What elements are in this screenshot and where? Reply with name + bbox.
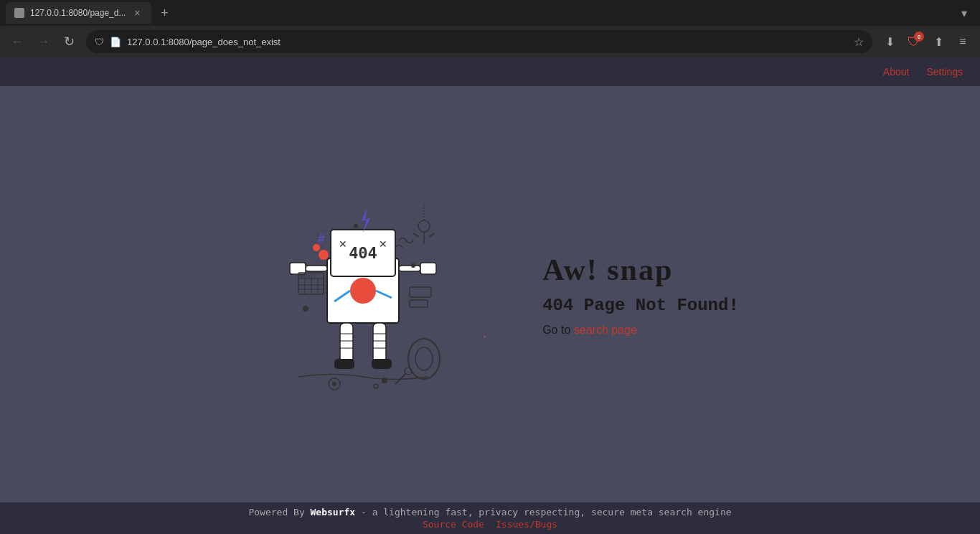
search-page-link[interactable]: search page [574,324,637,336]
back-button[interactable]: ← [6,30,29,53]
svg-text:✕: ✕ [379,238,387,250]
page-icon: 📄 [110,37,121,47]
svg-point-31 [319,250,329,260]
svg-point-48 [374,384,378,388]
reload-icon: ↻ [64,34,75,50]
svg-point-30 [484,335,485,337]
shield-icon: 🛡 [95,37,104,47]
reload-button[interactable]: ↻ [57,30,80,53]
svg-point-51 [303,306,308,312]
back-icon: ← [11,34,24,50]
svg-point-5 [350,278,376,304]
share-button[interactable]: ⬆ [927,30,950,53]
nav-bar: ← → ↻ 🛡 📄 127.0.0.1:8080/page_does_not_e… [0,26,980,57]
tab-bar: 127.0.0.1:8080/page_d... × + ▾ [0,0,980,26]
tab-list-button[interactable]: ▾ [954,3,974,23]
tab-close-button[interactable]: × [131,7,143,19]
svg-rect-40 [410,300,428,307]
footer-suffix: - a lightening fast, privacy respecting,… [355,507,731,517]
tab-right-controls: ▾ [954,3,974,23]
robot-illustration: 404 ✕ ✕ [241,187,485,402]
settings-link[interactable]: Settings [920,63,969,80]
robot-svg: 404 ✕ ✕ [241,187,485,402]
svg-text:404: 404 [349,244,377,262]
address-bar[interactable]: 🛡 📄 127.0.0.1:8080/page_does_not_exist ☆ [86,30,872,53]
app-nav: About Settings [0,57,980,86]
svg-rect-9 [399,266,420,271]
svg-point-34 [418,220,430,232]
footer-line1: Powered By Websurfx - a lightening fast,… [248,507,731,517]
tab-title: 127.0.0.1:8080/page_d... [30,8,126,18]
active-tab[interactable]: 127.0.0.1:8080/page_d... × [6,2,151,24]
address-text: 127.0.0.1:8080/page_does_not_exist [127,37,848,47]
download-icon: ⬇ [885,35,895,49]
go-to-text: Go to search page [542,324,739,337]
not-found-heading: 404 Page Not Found! [542,296,739,315]
svg-text:✕: ✕ [339,238,347,250]
hamburger-icon: ≡ [959,35,966,48]
svg-line-37 [429,233,435,237]
address-host: 127.0.0.1:8080/page_does_not_exist [127,37,281,47]
ublock-button[interactable]: 🛡 0 [903,30,925,53]
svg-rect-14 [334,359,354,369]
tab-favicon [14,8,24,18]
footer-brand: Websurfx [311,507,356,517]
menu-button[interactable]: ≡ [951,30,974,53]
forward-icon: → [37,34,50,50]
svg-text:#: # [318,232,325,245]
svg-rect-12 [340,323,353,362]
svg-point-50 [411,263,415,268]
issues-bugs-link[interactable]: Issues/Bugs [496,519,557,530]
footer-links: Source Code Issues/Bugs [423,519,557,530]
svg-line-36 [413,233,419,237]
svg-text:00|0|1: 00|0|1 [300,273,316,279]
footer-prefix: Powered By [248,507,310,517]
bookmark-star-icon[interactable]: ☆ [854,35,864,49]
svg-point-41 [408,339,440,379]
forward-button[interactable]: → [32,30,55,53]
svg-point-47 [382,378,387,383]
ublock-badge: 0 [914,32,924,42]
svg-rect-8 [306,266,327,271]
main-content: 404 ✕ ✕ [0,86,980,502]
footer: Powered By Websurfx - a lightening fast,… [0,502,980,534]
svg-rect-13 [373,323,386,362]
error-text-container: Aw! snap 404 Page Not Found! Go to searc… [542,253,739,337]
svg-rect-11 [420,263,436,274]
download-button[interactable]: ⬇ [878,30,901,53]
svg-point-42 [415,347,433,370]
svg-point-49 [354,224,358,228]
go-to-prefix: Go to [542,324,574,336]
svg-point-46 [332,382,336,386]
source-code-link[interactable]: Source Code [423,519,484,530]
aw-snap-heading: Aw! snap [542,253,739,287]
svg-rect-15 [372,359,392,369]
nav-right-icons: ⬇ 🛡 0 ⬆ ≡ [878,30,974,53]
about-link[interactable]: About [877,63,915,80]
svg-rect-39 [410,287,431,297]
share-icon: ⬆ [934,35,943,49]
new-tab-button[interactable]: + [154,3,174,23]
